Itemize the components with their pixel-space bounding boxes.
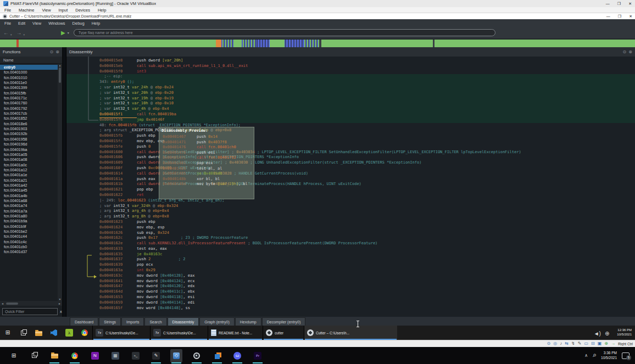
- cutter-menu-item-windows[interactable]: Windows: [48, 21, 65, 26]
- memory-map-bar[interactable]: [0, 39, 635, 47]
- memory-segment[interactable]: [256, 40, 270, 47]
- disasm-line[interactable]: 0x0040161bcall dword [TerminateProcess] …: [66, 182, 635, 187]
- function-list-item[interactable]: fcn.00401b9f: [0, 224, 62, 229]
- vm-tray-network-globe-icon[interactable]: ⊕: [605, 328, 609, 338]
- function-list-item[interactable]: fcn.004011e0: [0, 80, 62, 85]
- memory-segment[interactable]: [285, 40, 304, 47]
- disasm-line[interactable]: 0x00401614call dword [GetCurrentProcess]…: [66, 171, 635, 177]
- function-list-item[interactable]: fcn.0040196d: [0, 142, 62, 147]
- host-clock[interactable]: 3:36 PM 10/5/2021: [601, 351, 617, 361]
- disasm-line[interactable]: 0x0040164dmov dword [0x40411c], ebx: [66, 289, 635, 295]
- functions-horizontal-scrollbar[interactable]: ◄ ►: [0, 301, 62, 306]
- disasm-line[interactable]: 0x0040147ccall fcn.00401792: [161, 155, 252, 161]
- memory-segment[interactable]: [216, 40, 221, 47]
- notification-center-icon[interactable]: 5: [622, 352, 630, 359]
- disasm-line[interactable]: ; arg struct _EXCEPTION_POINTERS *Except…: [66, 128, 635, 133]
- disasm-line[interactable]: 343: entry0 ();: [66, 80, 635, 85]
- disasm-line[interactable]: 0x00401471push 0x4037f8: [161, 140, 252, 145]
- function-list-item[interactable]: fcn.00401c4c: [0, 239, 62, 244]
- play-caret-icon[interactable]: ▾: [68, 31, 69, 35]
- disasm-line[interactable]: 0x00401647mov dword [0x404120], edx: [66, 284, 635, 289]
- network-adapter-icon[interactable]: ⇆: [565, 341, 569, 346]
- disasm-line[interactable]: 0x0040163cmov dword [0x404128], eax: [66, 273, 635, 279]
- function-list-item[interactable]: fcn.00401a45: [0, 188, 62, 193]
- disasm-line[interactable]: 0x0040148dmov byte [var_19h], bl: [161, 182, 252, 187]
- disasm-line[interactable]: 0x00401622ret: [66, 193, 635, 198]
- function-list-item[interactable]: fcn.0040192b: [0, 131, 62, 136]
- notepad-window-button[interactable]: README.txt - Note...: [208, 326, 263, 340]
- back-arrow-icon[interactable]: ←: [3, 30, 9, 36]
- close-panel-icon[interactable]: ⊗: [628, 49, 632, 54]
- disasm-line[interactable]: 0x00401485je 0x4015db: [161, 171, 252, 177]
- close-panel-icon[interactable]: ⊗: [55, 49, 59, 54]
- memory-segment[interactable]: [270, 40, 285, 47]
- disasm-line[interactable]: 0x004015fepush 0: [66, 144, 635, 150]
- vbox-menu-item-machine[interactable]: Machine: [19, 8, 34, 13]
- address-search-input[interactable]: [74, 29, 495, 36]
- function-list-item[interactable]: fcn.00401903: [0, 126, 62, 131]
- scroll-left-icon[interactable]: ◄: [1, 302, 4, 305]
- display-icon[interactable]: ▭: [584, 341, 588, 346]
- disasm-line[interactable]: 0x0040147bpush esi: [161, 150, 252, 156]
- memory-segment[interactable]: [303, 40, 319, 47]
- function-list-item[interactable]: fcn.00401a0c: [0, 163, 62, 167]
- vm-taskbar-task-view-icon[interactable]: [15, 326, 31, 340]
- forward-arrow-icon[interactable]: →: [16, 30, 22, 36]
- host-taskbar-onenote-icon[interactable]: N: [89, 349, 101, 362]
- vbox-menu-item-file[interactable]: File: [4, 8, 11, 13]
- vm-state-icon[interactable]: ▣: [598, 341, 602, 346]
- host-taskbar-chrome-icon[interactable]: [69, 349, 81, 362]
- clear-filter-button[interactable]: x: [60, 309, 62, 314]
- disasm-line[interactable]: 0x00401483test al, al: [161, 166, 252, 172]
- disasm-line[interactable]: 0x00401633test eax, eax: [66, 247, 635, 252]
- function-list-item[interactable]: fcn.00401010: [0, 75, 62, 80]
- vbox-menu-item-help[interactable]: Help: [98, 8, 106, 13]
- vm-taskbar-chrome-icon[interactable]: [77, 326, 92, 340]
- vbox-menu-item-devices[interactable]: Devices: [75, 8, 90, 13]
- host-taskbar-terminal-icon[interactable]: >_: [130, 349, 142, 362]
- disasm-line[interactable]: 0x004015f6jmp 0x40146f: [66, 117, 635, 123]
- function-list-item[interactable]: fcn.00401a12: [0, 167, 62, 172]
- vbox-restore-button[interactable]: ❐: [617, 2, 621, 6]
- scroll-up-icon[interactable]: ▲: [59, 64, 62, 67]
- cutter-close-button[interactable]: ✕: [629, 14, 632, 19]
- mouse-integration-icon[interactable]: ✎: [578, 341, 582, 346]
- cutter-menu-item-view[interactable]: View: [32, 21, 41, 26]
- cutter-menu-item-edit[interactable]: Edit: [18, 21, 25, 26]
- vm-taskbar-start-icon[interactable]: ⊞: [0, 326, 15, 340]
- memory-segment[interactable]: [221, 40, 234, 47]
- disasm-line[interactable]: 0x00401606push dword [ExceptionInfo] ; s…: [66, 155, 635, 160]
- function-list-item[interactable]: fcn.00401a74: [0, 203, 62, 208]
- 7zip-window-button[interactable]: 7zC:\Users\husky\De...: [92, 326, 150, 340]
- cutter-menu-item-help[interactable]: Help: [92, 21, 100, 26]
- disasm-line[interactable]: 0x00401600call dword [SetUnhandledExcept…: [66, 150, 635, 155]
- disasm-line[interactable]: ; var int32_t var_4h @ ebp-0x4: [66, 107, 635, 112]
- disasm-line[interactable]: 0x00401659mov dword [0x404114], edi: [66, 300, 635, 306]
- host-taskbar-obs-icon[interactable]: [191, 349, 203, 362]
- disasm-line[interactable]: 0x00401481pop ecx: [161, 161, 252, 166]
- disasm-line[interactable]: ;-- eip:: [66, 74, 635, 80]
- memory-segment[interactable]: [242, 40, 255, 47]
- vm-taskbar-file-explorer-icon[interactable]: [31, 326, 46, 340]
- 7zip-window-button[interactable]: 7zC:\Users\husky\De...: [150, 326, 208, 340]
- disasm-line[interactable]: ; var int32_t var_10h @ ebp-0x10: [66, 101, 635, 107]
- audio-icon[interactable]: ♪: [560, 341, 562, 346]
- vm-tray-volume-icon[interactable]: ◄): [594, 328, 601, 338]
- scroll-right-icon[interactable]: ►: [58, 302, 61, 305]
- disasm-line[interactable]: 0x004015fcmov ebp, esp: [66, 139, 635, 144]
- disasm-line[interactable]: 0x00401637push 2 ; 2: [66, 257, 635, 262]
- tab-decompiler-entry0-[interactable]: Decompiler (entry0): [262, 317, 305, 326]
- optical-drive-icon[interactable]: ◎: [553, 341, 557, 346]
- tab-disassembly[interactable]: Disassembly: [168, 317, 199, 326]
- disasm-line[interactable]: ; arg int32_t arg_8h @ ebp+0x8: [66, 214, 635, 220]
- disasm-line[interactable]: 0x00401467push 0x14: [161, 135, 252, 140]
- disasm-line[interactable]: 0x0040162cpush 0x17 ; 23 ; DWORD Process…: [66, 236, 635, 241]
- vbox-minimize-button[interactable]: —: [606, 2, 610, 6]
- memory-segment[interactable]: [235, 40, 242, 47]
- tab-hexdump[interactable]: Hexdump: [235, 317, 261, 326]
- cutter-restore-button[interactable]: ❐: [618, 14, 621, 19]
- function-list-item[interactable]: fcn.00401b9a: [0, 219, 62, 223]
- function-list-item[interactable]: fcn.00401399: [0, 85, 62, 90]
- tab-graph-entry0-[interactable]: Graph (entry0): [199, 317, 235, 326]
- function-list-item[interactable]: fcn.00401a08: [0, 157, 62, 162]
